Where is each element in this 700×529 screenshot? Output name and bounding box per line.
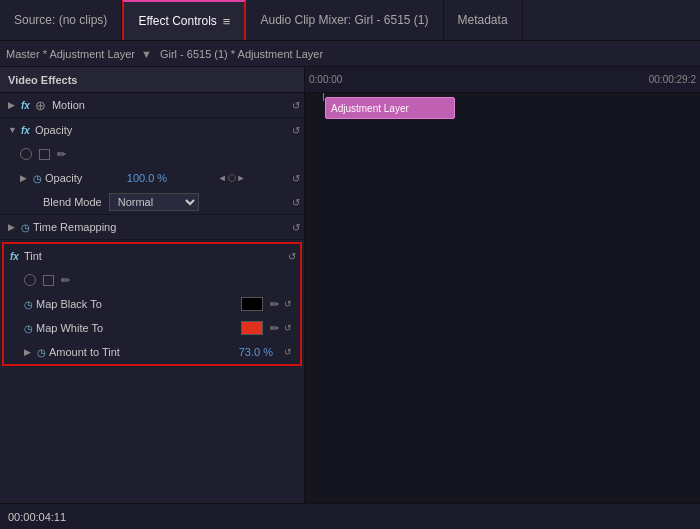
tint-pen-icon: ✏ <box>61 274 70 287</box>
opacity-rect-icon <box>39 149 50 160</box>
opacity-left-arrow[interactable]: ◄ <box>218 173 227 183</box>
tab-bar: Source: (no clips) Effect Controls ≡ Aud… <box>0 0 700 41</box>
opacity-value-label: Opacity <box>45 172 82 184</box>
video-effects-header: Video Effects <box>0 67 304 93</box>
time-remapping-name: Time Remapping <box>33 221 116 233</box>
tint-group: fx Tint ↺ ✏ ◷ Map Black To ✏ ↺ ◷ Map W <box>2 242 302 366</box>
map-black-reset[interactable]: ↺ <box>284 299 296 309</box>
motion-reset[interactable]: ↺ <box>292 100 300 111</box>
opacity-stopwatch-icon[interactable]: ◷ <box>33 173 42 184</box>
main-content: Video Effects ▶ fx ⊕ Motion ↺ ▼ fx Opaci… <box>0 67 700 503</box>
tab-audio-mixer-label: Audio Clip Mixer: Girl - 6515 (1) <box>260 13 428 27</box>
amount-to-tint-value: 73.0 % <box>239 346 273 358</box>
map-white-to-row[interactable]: ◷ Map White To ✏ ↺ <box>4 316 300 340</box>
blend-mode-label: Blend Mode <box>43 196 102 208</box>
opacity-reset[interactable]: ↺ <box>292 125 300 136</box>
amount-stopwatch[interactable]: ◷ <box>37 347 46 358</box>
map-white-pen-icon[interactable]: ✏ <box>270 322 279 335</box>
tab-menu-icon[interactable]: ≡ <box>223 14 231 29</box>
motion-chevron[interactable]: ▶ <box>8 100 18 110</box>
opacity-value-chevron[interactable]: ▶ <box>20 173 30 183</box>
tab-metadata[interactable]: Metadata <box>444 0 523 40</box>
bottom-bar: 00:00:04:11 <box>0 503 700 529</box>
map-white-reset[interactable]: ↺ <box>284 323 296 333</box>
right-panel: 0:00:00 00:00:29:2 Adjustment Layer <box>305 67 700 503</box>
opacity-value-reset[interactable]: ↺ <box>292 173 300 184</box>
motion-row[interactable]: ▶ fx ⊕ Motion ↺ <box>0 93 304 117</box>
time-remapping-chevron[interactable]: ▶ <box>8 222 18 232</box>
tab-audio-mixer[interactable]: Audio Clip Mixer: Girl - 6515 (1) <box>246 0 443 40</box>
tint-header-row[interactable]: fx Tint ↺ <box>4 244 300 268</box>
motion-group: ▶ fx ⊕ Motion ↺ <box>0 93 304 118</box>
blend-mode-reset[interactable]: ↺ <box>292 197 300 208</box>
tab-effect-controls[interactable]: Effect Controls ≡ <box>122 0 246 40</box>
opacity-chevron[interactable]: ▼ <box>8 125 18 135</box>
map-black-to-row[interactable]: ◷ Map Black To ✏ ↺ <box>4 292 300 316</box>
timeline-playhead[interactable] <box>323 93 324 101</box>
tab-source[interactable]: Source: (no clips) <box>0 0 122 40</box>
opacity-pen-icon: ✏ <box>57 148 66 161</box>
opacity-icons-row: ✏ <box>0 142 304 166</box>
opacity-name: Opacity <box>35 124 72 136</box>
motion-name: Motion <box>52 99 85 111</box>
tint-reset[interactable]: ↺ <box>288 251 296 262</box>
time-remapping-row[interactable]: ▶ ◷ Time Remapping ↺ <box>0 215 304 239</box>
left-panel: Video Effects ▶ fx ⊕ Motion ↺ ▼ fx Opaci… <box>0 67 305 503</box>
opacity-header-row[interactable]: ▼ fx Opacity ↺ <box>0 118 304 142</box>
opacity-fx-badge: fx <box>21 125 30 136</box>
time-remapping-reset[interactable]: ↺ <box>292 222 300 233</box>
map-black-stopwatch[interactable]: ◷ <box>24 299 33 310</box>
map-black-to-label: Map Black To <box>36 298 102 310</box>
tab-metadata-label: Metadata <box>458 13 508 27</box>
tint-name: Tint <box>24 250 42 262</box>
opacity-right-arrow[interactable]: ► <box>237 173 246 183</box>
map-black-swatch[interactable] <box>241 297 263 311</box>
master-label: Master * Adjustment Layer <box>6 48 135 60</box>
blend-mode-row: Blend Mode Normal Dissolve Darken Multip… <box>0 190 304 214</box>
time-remapping-group: ▶ ◷ Time Remapping ↺ <box>0 215 304 240</box>
tint-rect-icon <box>43 275 54 286</box>
amount-to-tint-row[interactable]: ▶ ◷ Amount to Tint 73.0 % ↺ <box>4 340 300 364</box>
opacity-keyframe-dot[interactable] <box>228 174 236 182</box>
time-remapping-stopwatch: ◷ <box>21 222 30 233</box>
amount-to-tint-reset[interactable]: ↺ <box>284 347 296 357</box>
amount-chevron[interactable]: ▶ <box>24 347 34 357</box>
amount-to-tint-label: Amount to Tint <box>49 346 120 358</box>
motion-transform-icon: ⊕ <box>35 98 46 113</box>
master-dropdown-arrow[interactable]: ▼ <box>141 48 152 60</box>
opacity-value-row[interactable]: ▶ ◷ Opacity 100.0 % ◄ ► ↺ <box>0 166 304 190</box>
timeline-body: Adjustment Layer <box>305 93 700 101</box>
blend-mode-select[interactable]: Normal Dissolve Darken Multiply Screen O… <box>109 193 199 211</box>
motion-fx-badge: fx <box>21 100 30 111</box>
adjustment-clip-label: Adjustment Layer <box>331 103 409 114</box>
timeline-start-time: 0:00:00 <box>309 74 342 85</box>
video-effects-label: Video Effects <box>8 74 78 86</box>
adjustment-clip[interactable]: Adjustment Layer <box>325 97 455 119</box>
tint-fx-badge: fx <box>10 251 19 262</box>
map-black-pen-icon[interactable]: ✏ <box>270 298 279 311</box>
map-white-to-label: Map White To <box>36 322 103 334</box>
opacity-circle-icon <box>20 148 32 160</box>
timeline-end-time: 00:00:29:2 <box>649 74 696 85</box>
tint-circle-icon <box>24 274 36 286</box>
opacity-nav-arrows: ◄ ► <box>218 173 246 183</box>
map-white-swatch[interactable] <box>241 321 263 335</box>
secondary-header: Master * Adjustment Layer ▼ Girl - 6515 … <box>0 41 700 67</box>
tab-effect-controls-label: Effect Controls <box>138 14 216 28</box>
opacity-value: 100.0 % <box>127 172 167 184</box>
tint-icons-row: ✏ <box>4 268 300 292</box>
tab-source-label: Source: (no clips) <box>14 13 107 27</box>
timecode: 00:00:04:11 <box>8 511 66 523</box>
clip-label: Girl - 6515 (1) * Adjustment Layer <box>160 48 323 60</box>
timeline-header: 0:00:00 00:00:29:2 <box>305 67 700 93</box>
opacity-group: ▼ fx Opacity ↺ ✏ ▶ ◷ Opacity 100.0 % ◄ <box>0 118 304 215</box>
map-white-stopwatch[interactable]: ◷ <box>24 323 33 334</box>
